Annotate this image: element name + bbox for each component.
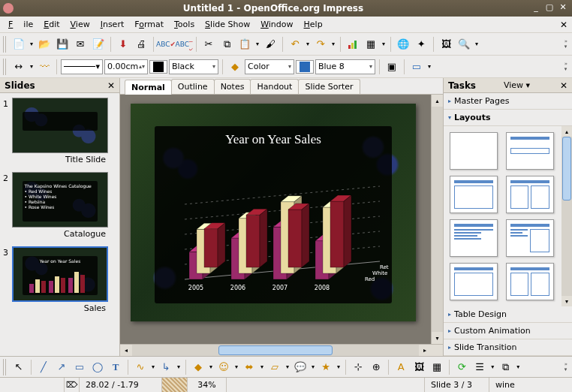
tasks-view-menu[interactable]: View ▾ [504, 80, 530, 90]
layout-title-outline-content[interactable] [506, 219, 554, 257]
slide-thumb-3[interactable]: 3 Year on Year Sales Sales [3, 246, 116, 318]
save-button[interactable]: 💾 [54, 36, 71, 53]
arrow-style-dropdown[interactable]: ▾ [29, 63, 35, 70]
menu-tools[interactable]: Tools [169, 18, 200, 31]
maximize-button[interactable]: ▢ [543, 2, 555, 14]
vscroll-track[interactable] [432, 107, 443, 332]
tab-normal[interactable]: Normal [125, 80, 172, 95]
layout-title-two-content-2[interactable] [506, 263, 554, 300]
minimize-button[interactable]: _ [530, 2, 542, 14]
open-button[interactable]: 📂 [36, 36, 53, 53]
layout-title-outline[interactable] [450, 219, 498, 257]
redo-dropdown[interactable]: ▾ [330, 41, 336, 47]
toolbar-grip-2[interactable] [3, 59, 8, 75]
undo-dropdown[interactable]: ▾ [305, 41, 311, 47]
fill-color-button[interactable] [296, 60, 314, 74]
menu-format[interactable]: Format [129, 18, 169, 31]
hscroll-track[interactable] [132, 345, 419, 356]
menu-view[interactable]: View [65, 18, 95, 31]
spellcheck-button[interactable]: ABC✔ [158, 36, 174, 53]
zoom-dropdown[interactable]: ▾ [474, 41, 480, 47]
menu-slideshow[interactable]: Slide Show [200, 18, 255, 31]
tab-handout[interactable]: Handout [250, 79, 299, 94]
task-table-design[interactable]: ▸Table Design [444, 306, 572, 323]
redo-button[interactable]: ↷ [312, 36, 329, 53]
canvas-hscroll[interactable]: ◂ ▸ [120, 344, 443, 356]
table-button[interactable]: ▦ [363, 36, 379, 53]
tab-notes[interactable]: Notes [214, 79, 251, 94]
symbol-shapes-tool[interactable]: ☺ [215, 359, 232, 375]
fill-color-select[interactable]: Blue 8▾ [315, 59, 375, 74]
new-button[interactable]: 📄 [11, 36, 27, 53]
line-style-select[interactable]: ▾ [61, 59, 103, 74]
paste-dropdown[interactable]: ▾ [254, 41, 260, 47]
stars-tool[interactable]: ★ [318, 359, 334, 375]
arrange-tool[interactable]: ⧉ [497, 359, 513, 375]
zoom-button[interactable]: 🔍 [456, 36, 472, 53]
slides-panel-close[interactable]: ✕ [107, 80, 115, 91]
ellipse-tool[interactable]: ◯ [89, 359, 106, 375]
layout-title-two-content[interactable] [506, 176, 554, 213]
format-paintbrush-button[interactable]: 🖌 [262, 36, 278, 53]
status-zoom[interactable]: 34% [188, 378, 227, 392]
window-close-inner[interactable]: ✕ [558, 18, 569, 32]
task-slide-transition[interactable]: ▸Slide Transition [444, 339, 572, 356]
gluepoints-tool[interactable]: ⊕ [368, 359, 384, 375]
tab-slide-sorter[interactable]: Slide Sorter [298, 79, 360, 94]
menu-help[interactable]: Help [299, 18, 328, 31]
arrow-style-button[interactable]: ↔ [11, 59, 27, 75]
slide-canvas[interactable]: Year on Year Sales 2005200620072008RedWh… [120, 95, 431, 344]
callouts-tool[interactable]: 💬 [292, 359, 309, 375]
curve-tool[interactable]: ∿ [132, 359, 149, 375]
drawtoolbar-grip[interactable] [3, 359, 8, 375]
line-color-select[interactable]: Black▾ [169, 59, 218, 74]
layout-title-content[interactable] [450, 176, 498, 213]
fill-mode-select[interactable]: Color▾ [245, 59, 294, 74]
layout-blank[interactable] [450, 132, 498, 170]
gallery-tool[interactable]: ▦ [429, 359, 445, 375]
block-arrows-tool[interactable]: ⬌ [241, 359, 257, 375]
alignment-tool[interactable]: ☰ [471, 359, 488, 375]
arrow-tool[interactable]: ↗ [53, 359, 70, 375]
hscroll-thumb[interactable] [218, 345, 333, 355]
paste-button[interactable]: 📋 [236, 36, 253, 53]
area-style-button[interactable]: ◆ [227, 59, 243, 75]
layout-title-content-2[interactable] [450, 263, 498, 300]
shadow-button[interactable]: ▣ [384, 59, 400, 75]
fontwork-tool[interactable]: A [393, 359, 409, 375]
task-custom-animation[interactable]: ▸Custom Animation [444, 323, 572, 339]
tab-outline[interactable]: Outline [171, 79, 215, 94]
menu-file[interactable]: File [3, 18, 38, 31]
autospellcheck-button[interactable]: ABC‾ [176, 36, 192, 53]
new-dropdown[interactable]: ▾ [29, 41, 35, 47]
line-width-input[interactable]: 0.00cm▴▾ [104, 59, 148, 74]
table-dropdown[interactable]: ▾ [381, 41, 387, 47]
line-style-button[interactable]: 〰 [36, 59, 53, 75]
text-tool[interactable]: T [107, 359, 124, 375]
select-tool[interactable]: ↖ [11, 359, 27, 375]
layouts-scroll-down[interactable]: ▾ [561, 296, 572, 306]
tasks-panel-close[interactable]: ✕ [560, 80, 567, 91]
canvas-vscroll[interactable]: ▴ ▾ [431, 95, 443, 344]
presentation-button[interactable]: ▭ [408, 59, 425, 75]
drawtoolbar-overflow[interactable]: »▾ [563, 360, 569, 374]
rotate-tool[interactable]: ⟳ [453, 359, 470, 375]
rectangle-tool[interactable]: ▭ [71, 359, 88, 375]
layout-title[interactable] [506, 132, 554, 170]
flowcharts-tool[interactable]: ▱ [266, 359, 283, 375]
menu-edit[interactable]: Edit [38, 18, 65, 31]
print-button[interactable]: 🖨 [133, 36, 149, 53]
hscroll-left[interactable]: ◂ [120, 345, 132, 356]
layouts-scroll-up[interactable]: ▴ [561, 126, 572, 137]
vscroll-up[interactable]: ▴ [432, 95, 443, 107]
layouts-scroll-thumb[interactable] [562, 137, 571, 201]
hscroll-right[interactable]: ▸ [419, 345, 431, 356]
close-button[interactable]: ✕ [557, 2, 569, 14]
connector-tool[interactable]: ↳ [158, 359, 174, 375]
menu-window[interactable]: Window [255, 18, 298, 31]
from-file-tool[interactable]: 🖼 [411, 359, 427, 375]
undo-button[interactable]: ↶ [287, 36, 303, 53]
cut-button[interactable]: ✂ [200, 36, 217, 53]
current-slide[interactable]: Year on Year Sales 2005200620072008RedWh… [131, 104, 416, 321]
toolbar-overflow[interactable]: »▾ [563, 38, 569, 51]
